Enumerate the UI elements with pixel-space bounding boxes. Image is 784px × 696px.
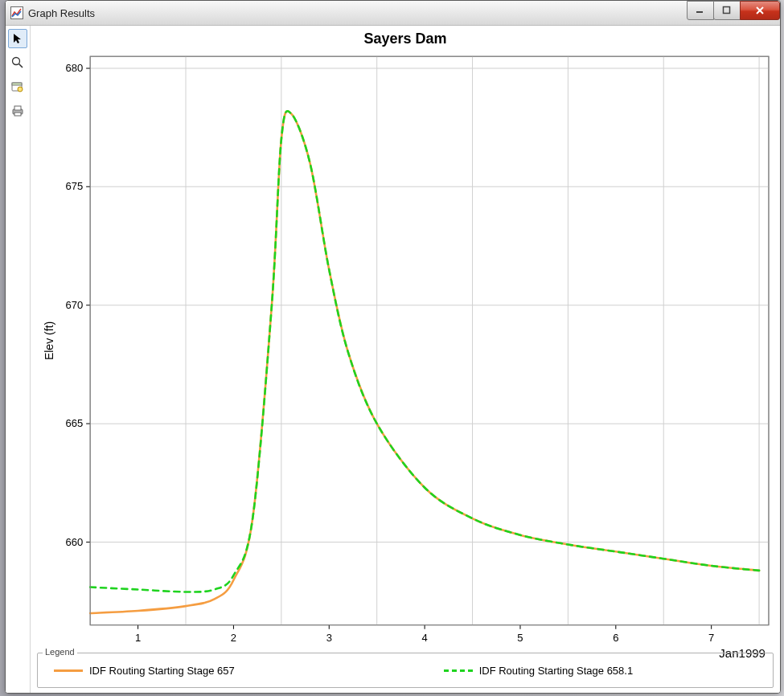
print-tool-button[interactable]: [8, 101, 27, 121]
svg-rect-8: [12, 83, 22, 85]
legend-item-2: IDF Routing Starting Stage 658.1: [444, 665, 634, 677]
svg-rect-13: [90, 56, 769, 625]
svg-text:670: 670: [65, 299, 83, 311]
chart-plot[interactable]: 6606656706756801234567Elev (ft)Jan1999: [31, 26, 780, 693]
svg-text:660: 660: [65, 536, 83, 548]
legend-item-1: IDF Routing Starting Stage 657: [54, 665, 235, 677]
client-area: Sayers Dam 6606656706756801234567Elev (f…: [6, 26, 780, 693]
minimize-button[interactable]: [687, 1, 714, 20]
close-icon: [754, 6, 766, 15]
svg-rect-1: [696, 11, 703, 13]
svg-rect-12: [14, 113, 21, 116]
svg-line-6: [19, 64, 23, 68]
svg-text:6: 6: [613, 632, 618, 644]
maximize-button[interactable]: [713, 1, 741, 20]
legend: Legend IDF Routing Starting Stage 657 ID…: [37, 653, 774, 688]
pointer-icon: [12, 33, 23, 44]
svg-text:665: 665: [65, 417, 83, 429]
svg-point-5: [13, 58, 20, 65]
legend-text-1: IDF Routing Starting Stage 657: [89, 665, 235, 677]
printer-icon: [11, 104, 24, 117]
svg-rect-2: [724, 7, 730, 14]
svg-text:3: 3: [326, 632, 332, 644]
svg-text:680: 680: [65, 62, 83, 74]
svg-text:1: 1: [135, 632, 141, 644]
side-toolbar: [6, 26, 31, 693]
svg-text:Elev (ft): Elev (ft): [43, 321, 55, 360]
svg-point-9: [18, 87, 23, 92]
window-controls: [688, 1, 780, 18]
legend-text-2: IDF Routing Starting Stage 658.1: [479, 665, 634, 677]
pointer-tool-button[interactable]: [8, 29, 27, 48]
chart-area[interactable]: Sayers Dam 6606656706756801234567Elev (f…: [31, 26, 780, 693]
legend-label: Legend: [43, 647, 77, 657]
svg-text:5: 5: [517, 632, 523, 644]
legend-swatch-dashed: [444, 669, 473, 672]
magnifier-icon: [11, 56, 24, 69]
maximize-icon: [722, 6, 732, 15]
properties-tool-button[interactable]: [8, 77, 27, 96]
properties-icon: [11, 80, 24, 93]
svg-text:7: 7: [708, 632, 714, 644]
legend-swatch-solid: [54, 669, 83, 672]
svg-rect-11: [14, 106, 21, 110]
svg-text:4: 4: [421, 632, 427, 644]
svg-text:2: 2: [231, 632, 236, 644]
svg-text:675: 675: [65, 180, 83, 192]
titlebar[interactable]: Graph Results: [6, 1, 780, 26]
window: Graph Results: [5, 0, 781, 694]
minimize-icon: [696, 6, 705, 15]
app-icon: [10, 6, 23, 19]
zoom-tool-button[interactable]: [8, 53, 27, 72]
window-title: Graph Results: [28, 7, 95, 19]
close-button[interactable]: [740, 1, 780, 20]
